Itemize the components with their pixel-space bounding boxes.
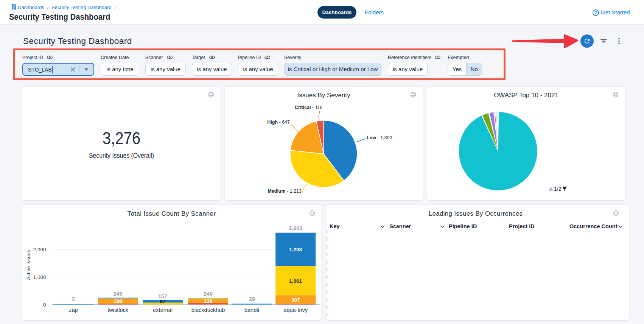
svg-text:1,208: 1,208: [289, 247, 302, 252]
svg-text:1,061: 1,061: [289, 278, 302, 284]
svg-text:twistlock: twistlock: [107, 307, 129, 313]
svg-text:external: external: [153, 307, 173, 313]
svg-text:29: 29: [249, 296, 255, 302]
svg-text:High - 647: High - 647: [267, 120, 290, 125]
svg-text:2,000: 2,000: [33, 247, 46, 252]
svg-text:Active Issues: Active Issues: [26, 250, 31, 280]
svg-text:188: 188: [114, 298, 122, 304]
svg-text:2: 2: [72, 296, 75, 302]
svg-text:aqua-trivy: aqua-trivy: [283, 307, 308, 313]
svg-text:Medium - 1,213: Medium - 1,213: [268, 188, 302, 194]
svg-text:0: 0: [43, 302, 46, 308]
svg-text:Critical - 116: Critical - 116: [295, 105, 322, 110]
svg-text:blackduckhub: blackduckhub: [191, 307, 225, 313]
svg-text:zap: zap: [69, 307, 78, 313]
svg-text:87: 87: [160, 299, 166, 304]
svg-text:307: 307: [291, 297, 300, 303]
svg-text:240: 240: [204, 291, 213, 297]
svg-text:138: 138: [204, 298, 213, 304]
svg-text:bandit: bandit: [244, 307, 260, 313]
svg-text:245: 245: [113, 291, 122, 297]
svg-text:1,000: 1,000: [33, 274, 46, 280]
svg-text:Low - 1,300: Low - 1,300: [367, 135, 392, 140]
svg-text:157: 157: [158, 293, 167, 299]
svg-text:2,603: 2,603: [289, 225, 302, 231]
